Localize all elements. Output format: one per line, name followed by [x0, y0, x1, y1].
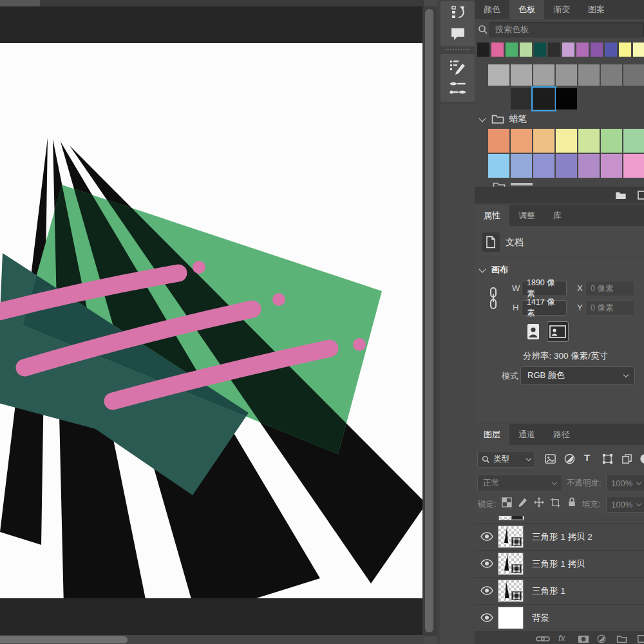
swatch[interactable] — [556, 154, 577, 178]
layer-row-clipped[interactable] — [475, 516, 644, 524]
canvas-section-header[interactable]: 画布 — [480, 264, 508, 276]
swatch[interactable] — [623, 154, 644, 178]
swatch-search-input[interactable]: 搜索色板 — [489, 22, 644, 37]
lock-artboard-button[interactable] — [550, 497, 561, 508]
swatch[interactable] — [556, 88, 577, 109]
new-layer-button[interactable] — [637, 634, 644, 643]
swatch[interactable] — [623, 129, 644, 153]
swatch[interactable] — [601, 154, 622, 178]
swatch[interactable] — [533, 64, 554, 86]
link-layers-button[interactable] — [536, 635, 550, 643]
filter-type-dropdown[interactable]: 类型 — [477, 451, 535, 468]
swatch[interactable] — [556, 64, 577, 86]
swatch[interactable] — [633, 43, 644, 57]
swatch[interactable] — [578, 154, 600, 178]
document-tab[interactable] — [0, 0, 40, 6]
filter-text-layers-button[interactable]: T — [584, 452, 590, 463]
swatch[interactable] — [601, 129, 622, 153]
swatch[interactable] — [488, 154, 509, 178]
horizontal-scrollbar-thumb[interactable] — [0, 636, 128, 643]
new-group-button[interactable] — [615, 191, 627, 200]
visibility-toggle[interactable] — [480, 613, 493, 622]
swatch[interactable] — [520, 43, 532, 57]
horizontal-scrollbar-track[interactable] — [0, 635, 424, 644]
history-panel-button[interactable] — [450, 4, 466, 21]
landscape-orientation-button[interactable] — [547, 321, 569, 342]
blend-mode-dropdown[interactable]: 正常 — [477, 475, 562, 491]
width-field[interactable]: 1890 像素 — [522, 281, 567, 296]
swatch[interactable] — [491, 43, 504, 57]
add-mask-button[interactable] — [578, 635, 589, 643]
swatch[interactable] — [591, 43, 603, 57]
tab-adjustments[interactable]: 调整 — [509, 205, 544, 226]
vertical-scrollbar-track[interactable] — [422, 6, 437, 636]
vertical-scrollbar-thumb[interactable] — [425, 9, 433, 632]
filter-smart-objects-button[interactable] — [621, 453, 632, 464]
layer-thumbnail[interactable] — [498, 553, 524, 575]
lock-pixels-button[interactable] — [518, 497, 529, 507]
swatch[interactable] — [619, 43, 631, 57]
tab-paths[interactable]: 路径 — [544, 424, 579, 445]
swatch[interactable] — [534, 43, 546, 57]
tab-patterns[interactable]: 图案 — [579, 0, 614, 19]
swatch[interactable] — [576, 43, 589, 57]
tab-channels[interactable]: 通道 — [509, 424, 544, 445]
swatch[interactable] — [488, 64, 509, 86]
y-field[interactable]: 0 像素 — [585, 300, 634, 316]
swatch[interactable] — [506, 43, 518, 57]
layer-thumbnail[interactable] — [498, 607, 524, 629]
swatch[interactable] — [488, 129, 509, 153]
layer-row[interactable]: 三角形 1 — [475, 578, 644, 605]
filter-toggle-button[interactable] — [639, 453, 644, 464]
visibility-toggle[interactable] — [480, 532, 493, 541]
swatch[interactable] — [578, 64, 600, 86]
new-swatch-button[interactable] — [637, 190, 644, 200]
dock-drag-handle[interactable] — [446, 49, 469, 50]
lock-transparency-button[interactable] — [502, 497, 512, 507]
tab-properties[interactable]: 属性 — [475, 205, 509, 226]
x-field[interactable]: 0 像素 — [585, 281, 634, 296]
brush-settings-panel-button[interactable] — [449, 58, 467, 76]
layer-row[interactable]: 三角形 1 拷贝 2 — [475, 524, 644, 551]
opacity-field[interactable]: 100% — [606, 475, 644, 491]
layer-thumbnail[interactable] — [498, 580, 524, 602]
swatch[interactable] — [548, 43, 560, 57]
swatch[interactable] — [477, 43, 489, 57]
tab-swatches[interactable]: 色板 — [509, 0, 544, 19]
tab-libraries[interactable]: 库 — [544, 205, 571, 226]
swatch[interactable] — [601, 64, 622, 86]
swatch[interactable] — [556, 129, 577, 153]
swatch[interactable] — [623, 64, 644, 86]
swatch[interactable] — [511, 64, 532, 86]
new-adjustment-layer-button[interactable] — [597, 634, 606, 643]
layer-row[interactable]: 三角形 1 拷贝 — [475, 551, 644, 578]
swatch[interactable] — [511, 154, 532, 178]
lock-position-button[interactable] — [533, 497, 545, 508]
tab-color[interactable]: 颜色 — [475, 0, 509, 19]
visibility-toggle[interactable] — [480, 586, 493, 595]
swatch[interactable] — [511, 129, 532, 153]
layer-thumbnail[interactable] — [498, 526, 524, 548]
mode-dropdown[interactable]: RGB 颜色 — [520, 366, 635, 384]
tab-gradients[interactable]: 渐变 — [544, 0, 579, 19]
height-field[interactable]: 1417 像素 — [522, 300, 567, 316]
filter-adjustment-layers-button[interactable] — [564, 453, 575, 464]
swatch-group-header[interactable]: 蜡笔 — [475, 111, 644, 128]
swatch[interactable] — [511, 88, 532, 109]
swatch[interactable] — [578, 129, 600, 153]
swatch[interactable] — [533, 154, 554, 178]
layer-effects-button[interactable]: fx — [558, 633, 565, 643]
swatch-group-header-clipped[interactable] — [475, 180, 644, 187]
swatch-selected[interactable] — [533, 88, 554, 109]
layer-row[interactable]: 背景 — [475, 605, 644, 632]
filter-shape-layers-button[interactable] — [602, 453, 613, 464]
canvas-area[interactable] — [0, 6, 424, 636]
tab-layers[interactable]: 图层 — [475, 424, 509, 445]
lock-all-button[interactable] — [567, 497, 577, 507]
swatch[interactable] — [533, 129, 554, 153]
brushes-panel-button[interactable] — [448, 79, 468, 98]
swatch[interactable] — [562, 43, 574, 57]
visibility-toggle[interactable] — [480, 559, 493, 568]
filter-pixel-layers-button[interactable] — [545, 453, 556, 464]
swatch[interactable] — [605, 43, 617, 57]
